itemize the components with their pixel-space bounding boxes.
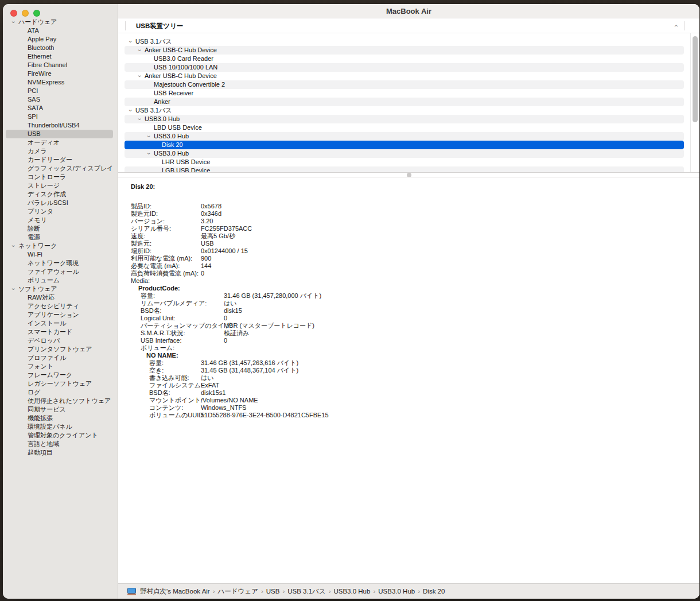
sidebar-group-ネットワーク[interactable]: ›ネットワーク: [3, 242, 118, 250]
sidebar-item-カメラ[interactable]: カメラ: [3, 147, 118, 156]
sidebar-item-RAW対応[interactable]: RAW対応: [3, 293, 118, 302]
sidebar-item-起動項目[interactable]: 起動項目: [3, 448, 118, 457]
tree-row-LHR USB Device[interactable]: LHR USB Device: [118, 158, 699, 166]
sidebar-item-ディスク作成[interactable]: ディスク作成: [3, 190, 118, 199]
sidebar-item-SAS[interactable]: SAS: [3, 95, 118, 104]
sidebar-item-インストール[interactable]: インストール: [3, 319, 118, 328]
property-value: はい: [224, 300, 237, 307]
tree-row-USB 3.1バス[interactable]: ›USB 3.1バス: [118, 37, 699, 46]
chevron-down-icon[interactable]: ›: [135, 117, 144, 122]
tree-row-USB3.0 Hub[interactable]: ›USB3.0 Hub: [118, 149, 699, 158]
sidebar-item-プロファイル[interactable]: プロファイル: [3, 354, 118, 362]
sidebar-item-Thunderbolt/USB4[interactable]: Thunderbolt/USB4: [3, 121, 118, 130]
breadcrumb-item-ハードウェア[interactable]: ハードウェア: [218, 587, 258, 596]
sidebar-item-アクセシビリティ[interactable]: アクセシビリティ: [3, 302, 118, 311]
chevron-down-icon[interactable]: ›: [9, 286, 18, 292]
sidebar-item-同期サービス[interactable]: 同期サービス: [3, 405, 118, 414]
breadcrumb-item-computer[interactable]: 野村貞次's MacBook Air: [140, 587, 210, 596]
sidebar-item-ネットワーク環境[interactable]: ネットワーク環境: [3, 259, 118, 267]
tree-row-label: USB3.0 Hub: [154, 149, 189, 158]
pane-splitter[interactable]: [118, 172, 699, 177]
tree-row-USB 3.1バス[interactable]: ›USB 3.1バス: [118, 106, 699, 115]
sidebar-item-オーディオ[interactable]: オーディオ: [3, 138, 118, 147]
chevron-down-icon[interactable]: ›: [145, 151, 153, 157]
sidebar-item-SPI[interactable]: SPI: [3, 113, 118, 121]
sidebar-item-FireWire[interactable]: FireWire: [3, 69, 118, 78]
chevron-down-icon[interactable]: ›: [135, 73, 144, 79]
property-row: ProductCode:: [131, 285, 699, 292]
tree-row-LGB USB Device[interactable]: LGB USB Device: [118, 166, 699, 172]
breadcrumb-item-USB 3.1バス[interactable]: USB 3.1バス: [287, 587, 325, 596]
sidebar-item-言語と地域[interactable]: 言語と地域: [3, 440, 118, 448]
breadcrumb-item-USB[interactable]: USB: [266, 588, 280, 595]
collapse-chevron-icon[interactable]: ›: [672, 22, 680, 30]
sidebar-item-label: デベロッパ: [28, 336, 60, 345]
chevron-down-icon[interactable]: ›: [9, 243, 18, 249]
breadcrumb-item-USB3.0 Hub[interactable]: USB3.0 Hub: [378, 588, 415, 595]
sidebar-item-Fibre Channel[interactable]: Fibre Channel: [3, 61, 118, 69]
chevron-down-icon[interactable]: ›: [135, 48, 144, 53]
tree-row-USB3.0 Hub[interactable]: ›USB3.0 Hub: [118, 132, 699, 141]
sidebar-item-スマートカード[interactable]: スマートカード: [3, 328, 118, 336]
property-value: 144: [201, 262, 211, 270]
sidebar-item-ATA[interactable]: ATA: [3, 26, 118, 35]
sidebar-item-ストレージ[interactable]: ストレージ: [3, 181, 118, 190]
property-row: リムーバブルメディア:はい: [131, 300, 699, 307]
sidebar-item-フォント[interactable]: フォント: [3, 362, 118, 371]
sidebar-item-USB[interactable]: USB: [3, 130, 118, 138]
sidebar-item-Apple Pay[interactable]: Apple Pay: [3, 35, 118, 44]
tree-row-LBD USB Device[interactable]: LBD USB Device: [118, 123, 699, 132]
property-value: 0x346d: [201, 210, 221, 218]
sidebar-item-NVMExpress[interactable]: NVMExpress: [3, 78, 118, 87]
sidebar-item-label: RAW対応: [28, 293, 55, 302]
tree-row-USB 10/100/1000 LAN[interactable]: USB 10/100/1000 LAN: [118, 63, 699, 72]
sidebar-item-プリンタ[interactable]: プリンタ: [3, 207, 118, 216]
sidebar-item-PCI[interactable]: PCI: [3, 87, 118, 95]
sidebar-item-デベロッパ[interactable]: デベロッパ: [3, 336, 118, 345]
chevron-down-icon[interactable]: ›: [9, 20, 18, 25]
sidebar-item-レガシーソフトウェア[interactable]: レガシーソフトウェア: [3, 379, 118, 388]
sidebar-item-環境設定パネル[interactable]: 環境設定パネル: [3, 422, 118, 431]
chevron-down-icon[interactable]: ›: [145, 134, 153, 139]
tree-row-Disk 20[interactable]: Disk 20: [118, 141, 699, 149]
minimize-button[interactable]: [22, 10, 29, 17]
close-button[interactable]: [10, 10, 17, 17]
title-bar[interactable]: MacBook Air: [118, 4, 699, 18]
sidebar-item-管理対象のクライアント[interactable]: 管理対象のクライアント: [3, 431, 118, 440]
zoom-button[interactable]: [33, 10, 40, 17]
sidebar-item-Wi-Fi[interactable]: Wi-Fi: [3, 250, 118, 259]
sidebar-item-SATA[interactable]: SATA: [3, 104, 118, 113]
sidebar-item-アプリケーション[interactable]: アプリケーション: [3, 311, 118, 319]
sidebar-item-診断[interactable]: 診断: [3, 224, 118, 233]
sidebar-item-コントローラ[interactable]: コントローラ: [3, 173, 118, 181]
tree-row-Anker USB-C Hub Device[interactable]: ›Anker USB-C Hub Device: [118, 46, 699, 55]
sidebar-item-電源[interactable]: 電源: [3, 233, 118, 242]
sidebar-item-機能拡張[interactable]: 機能拡張: [3, 414, 118, 422]
sidebar-item-Ethernet[interactable]: Ethernet: [3, 52, 118, 61]
chevron-down-icon[interactable]: ›: [126, 108, 135, 114]
sidebar-group-ハードウェア[interactable]: ›ハードウェア: [3, 18, 118, 26]
sidebar-item-使用停止されたソフトウェア[interactable]: 使用停止されたソフトウェア: [3, 397, 118, 405]
sidebar-item-プリンタソフトウェア[interactable]: プリンタソフトウェア: [3, 345, 118, 354]
sidebar-item-ログ[interactable]: ログ: [3, 388, 118, 397]
sidebar-item-Bluetooth[interactable]: Bluetooth: [3, 44, 118, 52]
property-value: MBR (マスターブートレコード): [224, 322, 314, 329]
sidebar-group-ソフトウェア[interactable]: ›ソフトウェア: [3, 285, 118, 293]
tree-row-USB Receiver[interactable]: USB Receiver: [118, 89, 699, 98]
tree-row-Anker[interactable]: Anker: [118, 98, 699, 106]
tree-row-Majestouch Convertible 2[interactable]: Majestouch Convertible 2: [118, 80, 699, 89]
tree-row-USB3.0 Card Reader[interactable]: USB3.0 Card Reader: [118, 55, 699, 63]
sidebar-item-ファイアウォール[interactable]: ファイアウォール: [3, 267, 118, 276]
sidebar-item-label: カメラ: [28, 147, 47, 156]
sidebar-item-フレームワーク[interactable]: フレームワーク: [3, 371, 118, 379]
breadcrumb-item-USB3.0 Hub[interactable]: USB3.0 Hub: [333, 588, 370, 595]
sidebar-item-カードリーダー[interactable]: カードリーダー: [3, 156, 118, 164]
sidebar-item-グラフィックス/ディスプレイ[interactable]: グラフィックス/ディスプレイ: [3, 164, 118, 173]
sidebar-item-パラレルSCSI[interactable]: パラレルSCSI: [3, 199, 118, 207]
tree-row-Anker USB-C Hub Device[interactable]: ›Anker USB-C Hub Device: [118, 72, 699, 80]
chevron-down-icon[interactable]: ›: [126, 39, 135, 45]
tree-row-USB3.0 Hub[interactable]: ›USB3.0 Hub: [118, 115, 699, 123]
sidebar-item-ボリューム[interactable]: ボリューム: [3, 276, 118, 285]
breadcrumb-item-Disk 20[interactable]: Disk 20: [423, 588, 445, 595]
sidebar-item-メモリ[interactable]: メモリ: [3, 216, 118, 224]
